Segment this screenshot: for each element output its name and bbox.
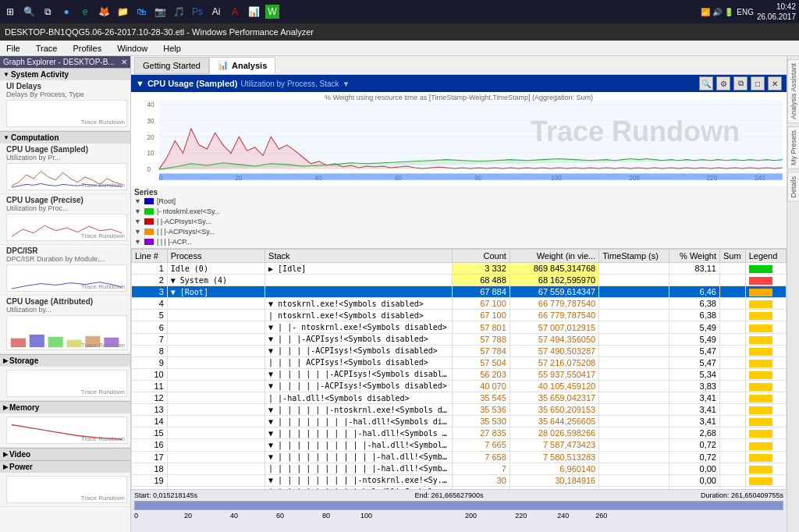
col-header-line[interactable]: Line #: [132, 250, 168, 263]
close-panel-button[interactable]: ✕: [121, 58, 127, 66]
table-row[interactable]: 19▼ | | | | | | | | |-ntoskrnl.exe!<Sy..…: [132, 474, 787, 486]
close-button[interactable]: ✕: [772, 25, 794, 39]
col-header-process[interactable]: Process: [167, 250, 265, 263]
series-row-4[interactable]: ▼ | | | |-ACP...: [134, 237, 783, 246]
table-row[interactable]: 6▼ | |- ntoskrnl.exe!<Symbols disabled>5…: [132, 321, 787, 333]
graph-item-power[interactable]: Trace Rundown: [0, 473, 130, 507]
table-row[interactable]: 5| ntoskrnl.exe!<Symbols disabled>67 100…: [132, 310, 787, 321]
series-color-root: [144, 198, 154, 204]
minimize-button[interactable]: ─: [729, 25, 751, 39]
table-row[interactable]: 14▼ | | | | | | | |-hal.dll!<Symbols dis…: [132, 416, 787, 427]
series-row-1[interactable]: ▼ |- ntoskrnl.exe!<Sy...: [134, 207, 783, 216]
series-color-4: [144, 239, 154, 245]
col-header-sum[interactable]: Sum: [719, 250, 745, 263]
graph-item-ui-delays[interactable]: UI Delays Delays By Process, Type Trace …: [0, 80, 130, 131]
table-row[interactable]: 15▼ | | | | | | | | |-hal.dll!<Symbols d…: [132, 427, 787, 439]
timeline-track[interactable]: [134, 501, 783, 510]
col-header-timestamp[interactable]: TimeStamp (s): [599, 250, 669, 263]
app-title: DESKTOP-BN1QQG5.06-26-2017.10-28-30.etl …: [5, 27, 314, 37]
graph-item-cpu-sampled[interactable]: CPU Usage (Sampled) Utilization by Pr...…: [0, 144, 130, 194]
menu-trace[interactable]: Trace: [33, 43, 61, 54]
cpu-panel-controls: 🔍 ⚙ ⧉ □ ✕: [699, 76, 782, 90]
data-table-container[interactable]: Line # Process Stack Count Weight (in vi…: [131, 249, 787, 489]
folder-icon[interactable]: 📁: [115, 5, 130, 19]
window-controls: ─ □ ✕: [729, 25, 794, 39]
menu-profiles[interactable]: Profiles: [69, 43, 105, 54]
timeline-duration: Duration: 261,650409755s: [701, 491, 783, 499]
maximize-button[interactable]: □: [751, 76, 765, 90]
table-row[interactable]: 16▼ | | | | | | | | | |-hal.dll!<Symbols…: [132, 439, 787, 451]
restore-button[interactable]: ⧉: [733, 76, 748, 90]
app4-icon[interactable]: 📊: [247, 5, 261, 19]
col-header-stack[interactable]: Stack: [265, 250, 453, 263]
taskbar-left: ⊞ 🔍 ⧉ ● e 🦊 📁 🛍 📷 🎵 Ps Ai A 📊 W: [3, 5, 279, 19]
app3-icon[interactable]: Ai: [209, 5, 223, 19]
edge-icon[interactable]: ●: [59, 5, 73, 19]
section-system-activity[interactable]: ▼ System Activity: [0, 68, 130, 80]
graph-item-cpu-precise[interactable]: CPU Usage (Precise) Utilization by Proc.…: [0, 194, 130, 245]
section-storage[interactable]: ▶ Storage: [0, 354, 130, 367]
tabs-bar: Getting Started 📊 Analysis: [131, 56, 787, 75]
tab-getting-started[interactable]: Getting Started: [134, 57, 209, 74]
my-presets-tab[interactable]: My Presets: [787, 126, 800, 169]
section-computation[interactable]: ▼ Computation: [0, 131, 130, 144]
table-row[interactable]: 8▼ | | | |-ACPIsys!<Symbols disabled>57 …: [132, 345, 787, 356]
close-panel-button[interactable]: ✕: [768, 76, 782, 90]
graph-item-cpu-attributed[interactable]: CPU Usage (Attributed) Utilization by...…: [0, 296, 130, 354]
svg-text:20: 20: [147, 133, 154, 140]
table-row[interactable]: 17▼ | | | | | | | | | | |-hal.dll!<Symb.…: [132, 451, 787, 463]
section-memory[interactable]: ▶ Memory: [0, 401, 130, 413]
app1-icon[interactable]: 📷: [153, 5, 167, 19]
ps-icon[interactable]: Ps: [190, 5, 204, 19]
series-row-2[interactable]: ▼ | |-ACPIsys!<Sy...: [134, 217, 783, 226]
mini-graph-memory: Trace Rundown: [6, 417, 127, 444]
col-header-legend[interactable]: Legend: [745, 250, 786, 263]
series-row-3[interactable]: ▼ | | |-ACPIsys!<Sy...: [134, 227, 783, 236]
section-power[interactable]: ▶ Power: [0, 460, 130, 473]
search-taskbar-icon[interactable]: 🔍: [22, 5, 36, 19]
table-row[interactable]: 13▼ | | | | | |-ntoskrnl.exe!<Symbols di…: [132, 404, 787, 416]
app2-icon[interactable]: 🎵: [172, 5, 186, 19]
task-view-icon[interactable]: ⧉: [41, 5, 55, 19]
series-color-1: [144, 208, 154, 215]
table-row[interactable]: 9| | | | ACPIsys!<Symbols disabled>57 50…: [132, 356, 787, 368]
settings-button[interactable]: ⚙: [716, 76, 730, 90]
acrobat-icon[interactable]: A: [228, 5, 242, 19]
menu-help[interactable]: Help: [160, 43, 184, 54]
table-row[interactable]: 7▼ | | |-ACPIsys!<Symbols disabled>57 78…: [132, 333, 787, 345]
col-header-pct[interactable]: % Weight: [669, 250, 719, 263]
svg-rect-6: [30, 335, 44, 347]
maximize-button[interactable]: □: [751, 25, 772, 39]
table-row[interactable]: 1Idle (0)▶ [Idle]3 332869 845,31476883,1…: [132, 263, 787, 275]
col-header-weight[interactable]: Weight (in vie...: [510, 250, 598, 263]
section-video[interactable]: ▶ Video: [0, 448, 130, 460]
firefox-icon[interactable]: 🦊: [97, 5, 111, 19]
ie-icon[interactable]: e: [78, 5, 92, 19]
table-row[interactable]: 11▼ | | | | |-ACPIsys!<Symbols disabled>…: [132, 380, 787, 392]
graph-item-storage[interactable]: Trace Rundown: [0, 367, 130, 401]
graph-item-dpc-isr[interactable]: DPC/ISR DPC/ISR Duration by Module,... T…: [0, 245, 130, 296]
graph-item-memory[interactable]: Trace Rundown: [0, 413, 130, 448]
table-row[interactable]: 2▼ System (4)68 48868 162,595970: [132, 275, 787, 286]
menu-file[interactable]: File: [3, 43, 23, 54]
series-row-root[interactable]: ▼ [Root]: [134, 197, 783, 206]
menu-window[interactable]: Window: [114, 43, 151, 54]
table-row[interactable]: 3▼ [Root]67 88467 559,6143476,46: [132, 286, 787, 298]
table-row[interactable]: 18| | | | | | | | | | | |-hal.dll!<Symb.…: [132, 463, 787, 474]
tab-analysis[interactable]: 📊 Analysis: [209, 57, 275, 74]
table-row[interactable]: 10▼ | | | | | |-ACPIsys!<Symbols disable…: [132, 368, 787, 380]
wpa-icon[interactable]: W: [265, 5, 279, 19]
table-row[interactable]: 12| |-hal.dll!<Symbols disabled>35 54535…: [132, 392, 787, 404]
expand-icon[interactable]: ▼: [136, 79, 144, 88]
store-icon[interactable]: 🛍: [134, 5, 148, 19]
mini-graph-cpu-precise: Trace Rundown: [6, 214, 127, 241]
analysis-assistant-tab[interactable]: Analysis Assistant: [787, 59, 800, 123]
search-button[interactable]: 🔍: [699, 76, 713, 90]
series-color-2: [144, 218, 154, 225]
start-button[interactable]: ⊞: [3, 5, 17, 19]
table-row[interactable]: 4▼ ntoskrnl.exe!<Symbols disabled>67 100…: [132, 298, 787, 310]
svg-text:10: 10: [147, 150, 154, 157]
col-header-count[interactable]: Count: [452, 250, 510, 263]
details-tab[interactable]: Details: [787, 172, 800, 202]
series-color-3: [144, 229, 154, 235]
